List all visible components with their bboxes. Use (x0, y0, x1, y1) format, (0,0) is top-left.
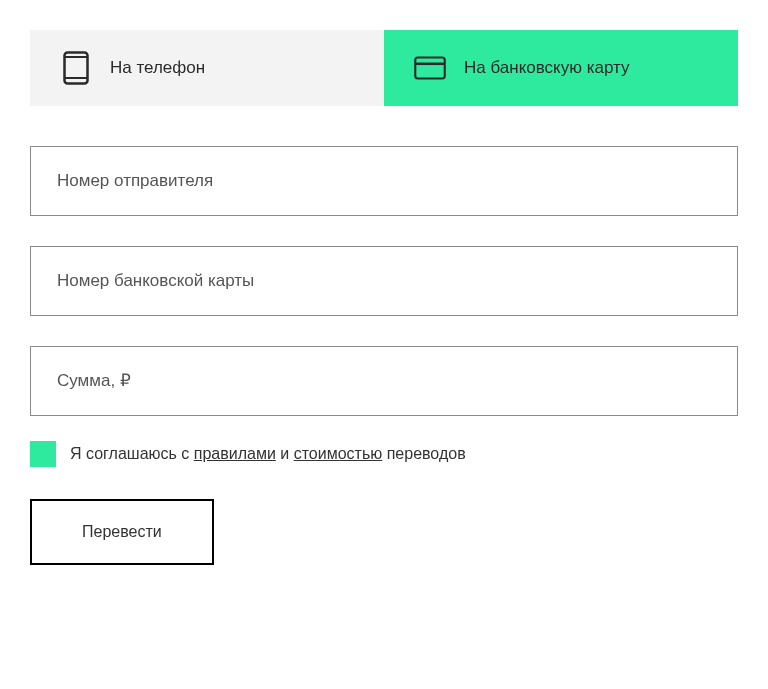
svg-rect-3 (415, 57, 444, 78)
agreement-text: Я соглашаюсь с правилами и стоимостью пе… (70, 445, 466, 463)
agreement-row: Я соглашаюсь с правилами и стоимостью пе… (30, 441, 738, 467)
phone-icon (60, 52, 92, 84)
agreement-prefix: Я соглашаюсь с (70, 445, 194, 462)
amount-input[interactable] (30, 346, 738, 416)
cost-link[interactable]: стоимостью (294, 445, 383, 462)
tab-card[interactable]: На банковскую карту (384, 30, 738, 106)
agreement-middle: и (276, 445, 294, 462)
sender-number-input[interactable] (30, 146, 738, 216)
tab-card-label: На банковскую карту (464, 57, 630, 79)
card-number-input[interactable] (30, 246, 738, 316)
card-icon (414, 52, 446, 84)
agreement-suffix: переводов (382, 445, 465, 462)
rules-link[interactable]: правилами (194, 445, 276, 462)
agreement-checkbox[interactable] (30, 441, 56, 467)
tab-phone-label: На телефон (110, 57, 205, 79)
submit-button[interactable]: Перевести (30, 499, 214, 565)
transfer-type-tabs: На телефон На банковскую карту (30, 30, 738, 106)
tab-phone[interactable]: На телефон (30, 30, 384, 106)
